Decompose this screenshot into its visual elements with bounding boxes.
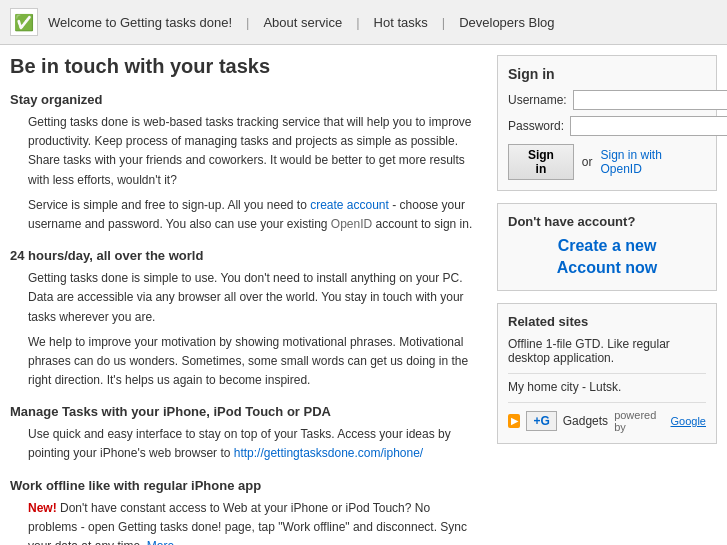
nav-separator-3: | xyxy=(442,15,445,30)
signin-button[interactable]: Sign in xyxy=(508,144,574,180)
section-title-offline: Work offline like with regular iPhone ap… xyxy=(10,478,481,493)
nav-hot-tasks[interactable]: Hot tasks xyxy=(374,15,428,30)
related-sites-box: Related sites Offline 1-file GTD. Like r… xyxy=(497,303,717,444)
openid-signin-link[interactable]: Sign in with OpenID xyxy=(600,148,706,176)
header-title: Welcome to Getting tasks done! xyxy=(48,15,232,30)
iphone-url-link[interactable]: http://gettingtasksdone.com/iphone/ xyxy=(234,446,423,460)
section-title-stay-organized: Stay organized xyxy=(10,92,481,107)
password-row: Password: xyxy=(508,116,706,136)
gadgets-label: Gadgets xyxy=(563,414,608,428)
sidebar: Sign in Username: Password: Sign in or S… xyxy=(497,55,717,545)
logo-emoji: ✅ xyxy=(14,13,34,32)
nav-developers-blog[interactable]: Developers Blog xyxy=(459,15,554,30)
more-link[interactable]: More... xyxy=(147,539,184,545)
related-item-0: Offline 1-file GTD. Like regular desktop… xyxy=(508,337,706,365)
new-badge: New! xyxy=(28,501,57,515)
stay-organized-para-1: Getting tasks done is web-based tasks tr… xyxy=(28,113,481,190)
section-body-iphone: Use quick and easy interface to stay on … xyxy=(10,425,481,463)
app-logo: ✅ xyxy=(10,8,38,36)
username-input[interactable] xyxy=(573,90,727,110)
iphone-para-1: Use quick and easy interface to stay on … xyxy=(28,425,481,463)
create-account-line1: Create a new xyxy=(558,237,657,254)
create-new-account-link[interactable]: Create a new Account now xyxy=(508,235,706,280)
powered-by-text: powered by xyxy=(614,409,664,433)
create-account-inline-link[interactable]: create account xyxy=(310,198,389,212)
24hours-para-1: Getting tasks done is simple to use. You… xyxy=(28,269,481,327)
google-g-icon: +G xyxy=(533,414,549,428)
content-area: Be in touch with your tasks Stay organiz… xyxy=(10,55,481,545)
create-account-line2: Account now xyxy=(557,259,657,276)
related-divider-2 xyxy=(508,402,706,403)
openid-inline-link[interactable]: OpenID xyxy=(331,217,372,231)
signin-action-row: Sign in or Sign in with OpenID xyxy=(508,144,706,180)
section-title-iphone: Manage Tasks with your iPhone, iPod Touc… xyxy=(10,404,481,419)
username-row: Username: xyxy=(508,90,706,110)
openid-or-text: or xyxy=(582,155,593,169)
google-button[interactable]: +G xyxy=(526,411,556,431)
signin-box: Sign in Username: Password: Sign in or S… xyxy=(497,55,717,191)
offline-para-1: New! Don't have constant access to Web a… xyxy=(28,499,481,545)
main-layout: Be in touch with your tasks Stay organiz… xyxy=(0,45,727,545)
no-account-title: Don't have account? xyxy=(508,214,706,229)
page-heading: Be in touch with your tasks xyxy=(10,55,481,78)
username-label: Username: xyxy=(508,93,573,107)
nav-separator-2: | xyxy=(356,15,359,30)
related-title: Related sites xyxy=(508,314,706,329)
section-body-stay-organized: Getting tasks done is web-based tasks tr… xyxy=(10,113,481,234)
section-body-24hours: Getting tasks done is simple to use. You… xyxy=(10,269,481,390)
google-gadgets-row: ▶ +G Gadgets powered by Google xyxy=(508,409,706,433)
no-account-box: Don't have account? Create a new Account… xyxy=(497,203,717,291)
password-label: Password: xyxy=(508,119,570,133)
header: ✅ Welcome to Getting tasks done! | About… xyxy=(0,0,727,45)
section-body-offline: New! Don't have constant access to Web a… xyxy=(10,499,481,545)
stay-organized-para-2: Service is simple and free to sign-up. A… xyxy=(28,196,481,234)
signin-title: Sign in xyxy=(508,66,706,82)
section-title-24hours: 24 hours/day, all over the world xyxy=(10,248,481,263)
rss-icon: ▶ xyxy=(508,414,520,428)
nav-separator-1: | xyxy=(246,15,249,30)
related-divider-1 xyxy=(508,373,706,374)
24hours-para-2: We help to improve your motivation by sh… xyxy=(28,333,481,391)
powered-by-google-link[interactable]: Google xyxy=(671,415,706,427)
related-item-1: My home city - Lutsk. xyxy=(508,380,706,394)
nav-about[interactable]: About service xyxy=(263,15,342,30)
password-input[interactable] xyxy=(570,116,727,136)
